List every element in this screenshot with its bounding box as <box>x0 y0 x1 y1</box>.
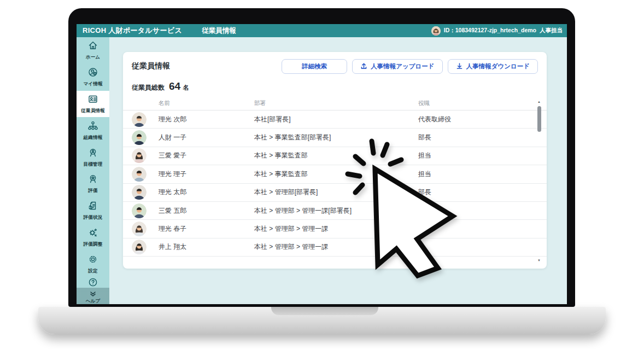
table-row[interactable]: 理光 太郎 本社 > 管理部[部署長] 部長 <box>123 184 547 202</box>
table-row[interactable]: 理光 理子 本社 > 事業監査部 担当 <box>123 165 547 183</box>
employee-name: 井上 翔太 <box>159 242 254 252</box>
adjust-arrows-icon <box>87 227 98 240</box>
gear-icon <box>87 254 98 267</box>
avatar <box>132 222 147 236</box>
help-icon <box>87 277 98 290</box>
user-avatar <box>431 26 441 36</box>
sidebar-item-evaluation[interactable]: 評価 <box>77 171 109 197</box>
laptop-screen: RICOH 人財ポータルサービス 従業員情報 ID：1083492127-zjp… <box>77 24 567 304</box>
column-header-name: 名前 <box>159 100 254 107</box>
sidebar-item-my-info[interactable]: マイ情報 <box>77 64 109 91</box>
sidebar-item-label: ヘルプ <box>86 298 101 304</box>
sidebar-item-label: 設定 <box>88 268 97 275</box>
topnav-employee-info[interactable]: 従業員情報 <box>202 26 236 36</box>
table-row[interactable]: 三愛 五郎 本社 > 管理部 > 管理一課[部署長] <box>123 202 547 220</box>
sidebar-item-settings[interactable]: 設定 <box>77 251 109 277</box>
scrollbar-thumb[interactable] <box>537 106 541 132</box>
hr-download-label: 人事情報ダウンロード <box>466 62 530 71</box>
table-row[interactable]: 三愛 愛子 本社 > 事業監査部 担当 <box>123 147 547 165</box>
employee-table: 理光 次郎 本社[部署長] 代表取締役 人財 一子 本社 > 事業監査部[部署長… <box>123 110 547 257</box>
page-title: 従業員情報 <box>132 61 170 71</box>
employee-department: 本社 > 事業監査部 <box>254 170 418 179</box>
table-row[interactable]: 井上 翔太 本社 > 管理部 > 管理一課 <box>123 239 547 257</box>
sidebar-item-goal-management[interactable]: 目標管理 <box>77 144 109 171</box>
employee-position: 担当 <box>418 170 547 179</box>
employee-position: 代表取締役 <box>418 115 547 124</box>
employee-department: 本社 > 管理部 > 管理一課 <box>254 224 418 234</box>
employee-name: 理光 春子 <box>159 224 254 234</box>
upload-icon <box>360 62 367 71</box>
sidebar-item-label: 組織情報 <box>84 135 103 141</box>
org-chart-icon <box>87 120 98 133</box>
sidebar-item-label: 従業員情報 <box>81 108 105 114</box>
table-row[interactable]: 人財 一子 本社 > 事業監査部[部署長] 部長 <box>123 129 547 147</box>
employee-position: 部長 <box>418 188 547 197</box>
table-row[interactable]: 理光 春子 本社 > 管理部 > 管理一課 <box>123 220 547 238</box>
employee-name: 理光 理子 <box>159 170 254 179</box>
avatar <box>132 167 147 182</box>
employee-name: 理光 次郎 <box>159 115 254 124</box>
employee-department: 本社[部署長] <box>254 115 418 124</box>
avatar <box>132 112 147 127</box>
employee-name: 人財 一子 <box>159 133 254 142</box>
main-content: 従業員情報 詳細検索 人事情報アップロード <box>109 37 567 304</box>
column-header-department: 部署 <box>254 100 418 107</box>
sidebar-item-label: 評価調整 <box>84 241 103 248</box>
table-header: 名前 部署 役職 <box>123 97 547 110</box>
avatar <box>132 240 147 254</box>
user-id: ID：1083492127-zjp_hrtech_demo <box>444 27 536 34</box>
employee-position: 担当 <box>418 151 547 160</box>
detail-search-label: 詳細検索 <box>302 62 327 71</box>
avatar <box>132 148 147 163</box>
sidebar-item-label: 評価状況 <box>84 214 103 221</box>
employee-department: 本社 > 事業監査部[部署長] <box>254 133 418 142</box>
table-scrollbar[interactable]: ▲ ▼ <box>536 100 542 262</box>
sidebar-item-employee-info[interactable]: 従業員情報 <box>77 91 109 118</box>
sidebar-item-evaluation-status[interactable]: 評価状況 <box>77 197 109 224</box>
avatar <box>132 203 147 218</box>
employee-department: 本社 > 管理部 > 管理一課[部署長] <box>254 206 418 216</box>
card-header: 従業員情報 詳細検索 人事情報アップロード <box>123 52 547 80</box>
id-card-icon <box>87 94 98 107</box>
topbar: RICOH 人財ポータルサービス 従業員情報 ID：1083492127-zjp… <box>77 24 567 37</box>
hr-upload-button[interactable]: 人事情報アップロード <box>352 59 442 74</box>
column-header-position: 役職 <box>418 100 547 107</box>
download-icon <box>456 62 463 71</box>
sidebar-item-label: 評価 <box>88 188 97 194</box>
detail-search-button[interactable]: 詳細検索 <box>282 59 347 74</box>
sidebar-item-label: ホーム <box>86 54 101 61</box>
page: RICOH 人財ポータルサービス 従業員情報 ID：1083492127-zjp… <box>0 0 644 349</box>
employee-name: 三愛 五郎 <box>159 206 254 216</box>
user-menu[interactable]: ID：1083492127-zjp_hrtech_demo 人事担当 <box>431 26 563 36</box>
sidebar: ホーム マイ情報 従業員情報 組織情報 <box>77 37 109 304</box>
avatar <box>132 130 147 145</box>
employee-total-label: 従業員総数 <box>132 83 165 92</box>
home-icon <box>87 40 98 53</box>
user-role: 人事担当 <box>540 27 563 34</box>
sidebar-item-help[interactable]: ヘルプ <box>77 277 109 304</box>
table-row[interactable]: 理光 次郎 本社[部署長] 代表取締役 <box>123 110 547 129</box>
scroll-up-icon[interactable]: ▲ <box>537 100 541 103</box>
sidebar-item-organization[interactable]: 組織情報 <box>77 117 109 144</box>
employee-department: 本社 > 管理部[部署長] <box>254 188 418 197</box>
hr-download-button[interactable]: 人事情報ダウンロード <box>448 59 538 74</box>
employee-total-unit: 名 <box>183 84 189 92</box>
laptop-bezel: RICOH 人財ポータルサービス 従業員情報 ID：1083492127-zjp… <box>68 8 575 307</box>
employee-total: 従業員総数 64 名 <box>123 80 547 97</box>
employee-total-count: 64 <box>169 80 180 92</box>
employee-position: 部長 <box>418 133 547 142</box>
employee-name: 三愛 愛子 <box>159 151 254 160</box>
employee-department: 本社 > 事業監査部 <box>254 151 418 160</box>
person-info-icon <box>87 67 98 80</box>
app-title: RICOH 人財ポータルサービス <box>83 26 182 36</box>
avatar <box>132 185 147 200</box>
sidebar-item-home[interactable]: ホーム <box>77 37 109 64</box>
employee-name: 理光 太郎 <box>159 188 254 197</box>
sidebar-item-label: 目標管理 <box>84 161 103 168</box>
employee-department: 本社 > 管理部 > 管理一課 <box>254 242 418 252</box>
hr-upload-label: 人事情報アップロード <box>371 62 434 71</box>
scroll-down-icon[interactable]: ▼ <box>537 259 541 262</box>
document-status-icon <box>87 200 98 213</box>
laptop-base <box>38 307 606 334</box>
sidebar-item-evaluation-adjust[interactable]: 評価調整 <box>77 224 109 251</box>
